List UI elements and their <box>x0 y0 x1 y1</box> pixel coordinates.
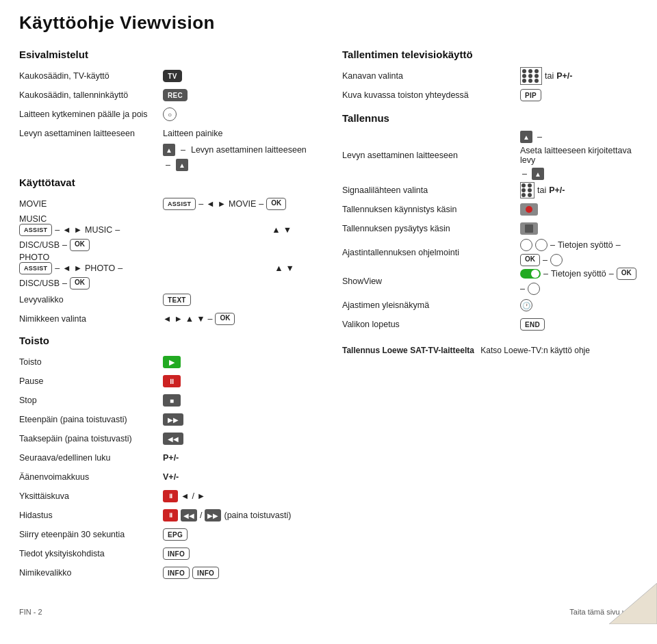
arrow-r4: ► <box>174 314 182 324</box>
dash-t2: – <box>522 169 527 179</box>
loewe-value: Katso Loewe-TV:n käyttö ohje <box>480 346 590 355</box>
disc-usb-photo: DISC/USB <box>19 279 60 288</box>
row-toisto: Toisto ▶ <box>19 353 315 371</box>
arrow-l3: ◄ <box>62 263 70 273</box>
value-levy-tallennus: ▲ – Aseta laitteeseen kirjoitettava levy… <box>520 131 638 180</box>
value-tiedot: INFO <box>163 548 190 560</box>
row-rec-kaytto: Kaukosäädin, tallenninkäyttö REC <box>19 86 315 104</box>
row-levy-arrow: ▲ – Levyn asettaminen laitteeseen – ▲ <box>163 144 315 171</box>
row-ajastintall: Ajastintallennuksen ohjelmointi – Tietoj… <box>342 239 638 266</box>
aseta-text: Aseta laitteeseen kirjoitettava levy <box>520 146 638 165</box>
row-stop: Stop ■ <box>19 391 315 409</box>
row-kanavan: Kanavan valinta tai P+/- <box>342 67 638 85</box>
av-icon <box>520 182 534 198</box>
toggle-icon <box>520 269 541 279</box>
label-tiedot: Tiedot yksityiskohdista <box>19 549 163 558</box>
loewe-label: Tallennus Loewe SAT-TV-laitteelta Katso … <box>342 346 590 355</box>
dash6: – <box>55 263 60 273</box>
row-ajastimen: Ajastimen yleisnäkymä 🕐 <box>342 296 638 314</box>
rw-icon: ◀◀ <box>163 433 183 445</box>
btn-end: END <box>520 318 545 331</box>
label-photo: PHOTO <box>19 253 163 262</box>
row-seuraava: Seuraava/edellinen luku P+/- <box>19 449 315 467</box>
dash2: – <box>259 199 263 209</box>
label-rec-kaytto: Kaukosäädin, tallenninkäyttö <box>19 90 163 100</box>
arrow-r5: ► <box>197 491 205 501</box>
row-tallennuksen-kaynn: Tallennuksen käynnistys käsin <box>342 201 638 218</box>
pause-icon2: ⏸ <box>163 490 178 502</box>
row-kuva: Kuva kuvassa toiston yhteydessä PIP <box>342 86 638 104</box>
circle-btn2 <box>535 239 548 251</box>
play-icon: ▶ <box>163 356 181 368</box>
stop-sq-icon <box>525 224 533 233</box>
row-loewe: Tallennus Loewe SAT-TV-laitteelta Katso … <box>342 342 638 359</box>
value-yksittaiskuva: ⏸ ◄ / ► <box>163 490 205 502</box>
row-hidastus: Hidastus ⏸ ◀◀ / ▶▶ (paina toistuvasti) <box>19 506 315 524</box>
arrow-l2: ◄ <box>62 225 70 235</box>
value-stop: ■ <box>163 394 181 407</box>
arrow-u4: ▲ <box>185 314 194 324</box>
value-ajastimen: 🕐 <box>520 299 532 311</box>
value-movie: ASSIST – ◄ ► MOVIE – OK <box>163 198 286 210</box>
dash-aj3: – <box>543 255 548 265</box>
btn-ok-aj: OK <box>520 254 540 266</box>
dash-aj2: – <box>616 240 621 250</box>
value-signaali: tai P+/- <box>520 182 565 198</box>
fold-icon <box>609 583 657 624</box>
value-hidastus: ⏸ ◀◀ / ▶▶ (paina toistuvasti) <box>163 509 291 521</box>
section-esivalmistelut: Esivalmistelut <box>19 49 315 60</box>
music-text: MUSIC <box>85 225 112 235</box>
pause-icon3: ⏸ <box>163 509 178 521</box>
label-levy-laite: Levyn asettaminen laitteeseen <box>19 129 163 138</box>
section-toisto-title: Toisto <box>19 335 315 346</box>
label-nimikkeen: Nimikkeen valinta <box>19 314 163 324</box>
label-tallennuksen-pys: Tallennuksen pysäytys käsin <box>342 224 520 233</box>
row-nimikkeen: Nimikkeen valinta ◄ ► ▲ ▼ – OK <box>19 310 315 328</box>
power-icon: ○ <box>163 107 177 121</box>
dash9: – <box>208 314 213 324</box>
dash-sv2: – <box>609 269 614 279</box>
arrow-up-t1: ▲ <box>520 131 532 143</box>
btn-tv: TV <box>163 70 182 82</box>
toggle-knob <box>531 270 539 278</box>
btn-assist-movie: ASSIST <box>163 198 196 210</box>
arrow-r: ► <box>218 199 226 209</box>
btn-ok-photo: OK <box>70 277 90 289</box>
label-seuraava: Seuraava/edellinen luku <box>19 453 163 463</box>
row-photo: PHOTO ASSIST – ◄ ► PHOTO – ▲ ▼ DISC/USB … <box>19 253 315 289</box>
row-rw: Taaksepäin (paina toistuvasti) ◀◀ <box>19 430 315 448</box>
footer: FIN - 2 Taita tämä sivu ulos. <box>0 608 657 616</box>
slash2: / <box>200 511 202 520</box>
label-yksittaiskuva: Yksittäiskuva <box>19 491 163 501</box>
rec-dot-icon <box>526 206 532 213</box>
value-levyvalikko: TEXT <box>163 294 191 306</box>
dash-levy: – <box>181 145 185 155</box>
section-tallennus: Tallennus <box>342 112 638 124</box>
label-valikon-lopetus: Valikon lopetus <box>342 320 520 329</box>
right-column: Tallentimen televisiokäyttö Kanavan vali… <box>342 49 638 583</box>
value-tallennuksen-kaynn <box>520 203 538 216</box>
dash-sv: – <box>543 269 548 279</box>
value-rw: ◀◀ <box>163 433 183 445</box>
levy-text: Levyn asettaminen laitteeseen <box>191 145 307 155</box>
value-photo: ASSIST – ◄ ► PHOTO – ▲ ▼ DISC/USB – OK <box>19 262 315 289</box>
btn-info1: INFO <box>163 567 190 579</box>
rec-dot-btn <box>520 203 538 216</box>
label-tallennuksen-kaynn: Tallennuksen käynnistys käsin <box>342 205 520 214</box>
label-movie: MOVIE <box>19 199 163 209</box>
movie-text: MOVIE <box>229 199 256 209</box>
btn-epg: EPG <box>163 528 188 541</box>
arrow-l4: ◄ <box>163 314 171 324</box>
tai-text2: tai <box>537 185 546 195</box>
label-stop: Stop <box>19 396 163 405</box>
arrow-l5: ◄ <box>181 491 189 501</box>
value-aanenvoimakkuus: V+/- <box>163 472 179 482</box>
btn-text: TEXT <box>163 294 191 306</box>
value-tallennuksen-pys <box>520 222 538 235</box>
photo-text: PHOTO <box>85 263 115 273</box>
value-levy-arrow: ▲ – Levyn asettaminen laitteeseen – ▲ <box>163 144 315 171</box>
ff-icon: ▶▶ <box>163 413 183 426</box>
section-kayttotavat: Käyttötavat <box>19 177 315 188</box>
label-power: Laitteen kytkeminen päälle ja pois <box>19 110 163 119</box>
btn-assist-photo: ASSIST <box>19 262 52 274</box>
